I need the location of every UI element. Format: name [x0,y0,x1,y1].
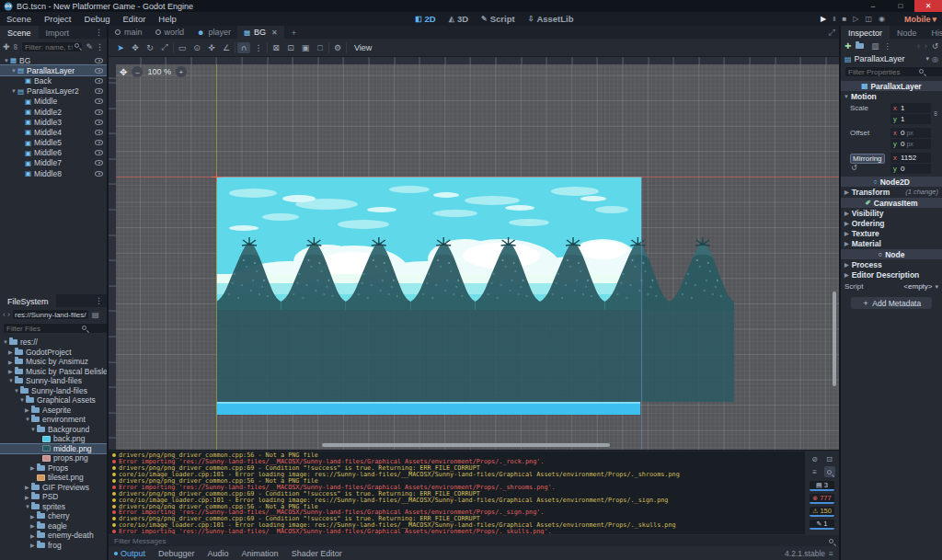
visibility-eye-icon[interactable] [95,160,103,166]
pivot-tool-icon[interactable]: ⊙ [190,42,203,53]
fs-tree-row[interactable]: ▶enemy-death [0,531,107,541]
history-forward-icon[interactable]: › [925,41,927,51]
fs-tree-row[interactable]: back.png [0,434,107,444]
pan-tool-icon[interactable]: ✜ [205,42,218,53]
close-tab-icon[interactable]: ✕ [271,29,278,37]
visibility-eye-icon[interactable] [95,130,103,135]
fs-tree-row[interactable]: props.png [0,453,107,463]
fs-split-mode-icon[interactable]: ▤ [91,311,100,319]
add-metadata-button[interactable]: ＋ Add Metadata [851,297,932,309]
tab-import[interactable]: Import [39,26,77,39]
scene-tree-row[interactable]: ▼▤ParallaxLayer2 [0,86,107,97]
messages-count-toggle[interactable]: ▤3 [810,481,834,491]
expander-icon[interactable]: ▼ [14,388,20,394]
expander-icon[interactable]: ▼ [10,88,17,94]
menu-editor[interactable]: Editor [117,14,153,24]
visibility-eye-icon[interactable] [95,120,103,125]
scene-tab-main[interactable]: main [109,26,149,39]
scale-tool-icon[interactable]: ⤢ [158,41,171,53]
visibility-eye-icon[interactable] [95,140,103,145]
message-filter-bar[interactable]: Filter Messages [109,535,839,546]
fs-tree-row[interactable]: ▶GodotProject [0,348,107,358]
fs-tree-row[interactable]: ▼sprites [0,502,107,512]
mode-assetlib[interactable]: ⇩AssetLib [523,14,579,24]
expander-icon[interactable]: ▶ [25,406,31,413]
section-transform[interactable]: ▶Transform(1 change) [841,187,942,197]
expander-icon[interactable]: ▶ [30,522,37,529]
fs-tree-row[interactable]: ▶Props [0,463,107,474]
mode-3d[interactable]: ◭3D [444,14,473,24]
menu-scene[interactable]: Scene [0,14,38,24]
expander-icon[interactable]: ▼ [3,58,10,63]
zoom-level[interactable]: 100 % [147,67,171,76]
expander-icon[interactable]: ▼ [8,378,15,383]
fs-path-input[interactable] [12,309,89,320]
expander-icon[interactable]: ▼ [25,417,31,422]
section-visibility[interactable]: ▶Visibility [841,208,942,218]
motion-group-header[interactable]: ▼ Motion [841,91,942,101]
expander-icon[interactable]: ▼ [25,504,31,509]
inspector-node-selector[interactable]: ▤ ParallaxLayer ▾ ◎ [841,52,942,65]
fs-tree-row[interactable]: ▼res:// [0,337,107,348]
fs-tree-row[interactable]: middle.png [0,444,107,454]
play-custom-scene-button[interactable]: ◫ [865,15,872,23]
mode-script[interactable]: ✎Script [477,14,520,24]
ungroup-node-icon[interactable]: □ [314,42,327,53]
fs-back-button[interactable]: ‹ [3,310,6,319]
filesystem-menu-icon[interactable]: ⋮ [91,294,107,307]
play-button[interactable]: ▶ [821,15,826,23]
visibility-eye-icon[interactable] [95,150,103,155]
expander-icon[interactable]: ▶ [30,532,37,539]
fs-tree-row[interactable]: ▶PSD [0,492,107,502]
move-tool-icon[interactable]: ✥ [129,42,142,53]
tab-inspector[interactable]: Inspector [841,26,890,39]
scene-tree-row[interactable]: ▼▦BG [0,55,107,65]
visibility-eye-icon[interactable] [95,171,103,177]
collapse-duplicates-icon[interactable]: ≡ [810,466,821,477]
script-property[interactable]: Script <empty> ▾ [841,280,942,293]
scene-tab-world[interactable]: world [149,26,191,39]
tab-filesystem[interactable]: FileSystem [0,294,56,307]
save-resource-icon[interactable]: ▥ [871,41,879,51]
visibility-eye-icon[interactable] [95,68,103,74]
bottom-tab-output[interactable]: Output [114,549,145,558]
stop-button[interactable]: ■ [842,15,846,23]
tab-scene[interactable]: Scene [0,26,39,39]
link-scale-icon[interactable]: ∞ [925,109,942,119]
fs-tree-row[interactable]: ▶frog [0,541,107,551]
bottom-tab-shader-editor[interactable]: Shader Editor [292,549,342,558]
zoom-in-button[interactable]: + [176,66,187,77]
fs-filter-input[interactable] [3,323,118,334]
section-ordering[interactable]: ▶Ordering [841,218,942,228]
clear-output-icon[interactable]: ⊘ [810,453,821,464]
copy-output-icon[interactable]: ⊡ [824,453,835,464]
expander-icon[interactable]: ▼ [19,397,26,403]
output-log[interactable]: drivers/png/png_driver_common.cpp:56 - N… [109,451,805,534]
scene-tree-row[interactable]: ▣Middle6 [0,148,107,158]
expander-icon[interactable]: ▶ [8,349,15,355]
expander-icon[interactable]: ▼ [3,339,9,345]
section-texture[interactable]: ▶Texture [841,228,942,238]
tab-node[interactable]: Node [890,26,925,39]
select-region-tool-icon[interactable]: ▭ [176,42,189,53]
scene-dock-menu-icon[interactable]: ⋮ [91,26,107,39]
scene-tree-row[interactable]: ▣Middle8 [0,168,107,178]
instance-scene-button[interactable]: ∞ [11,44,20,50]
history-back-icon[interactable]: ‹ [917,41,920,51]
scene-tab-player[interactable]: ☻player [190,26,237,39]
load-resource-icon[interactable] [856,43,864,49]
bottom-tab-debugger[interactable]: Debugger [158,549,195,558]
center-view-icon[interactable]: ✥ [120,67,127,77]
restore-button[interactable]: □ [887,0,914,12]
scene-tab-BG[interactable]: ▦BG✕ [237,26,284,39]
section-editor-description[interactable]: ▶Editor Description [841,269,942,280]
fs-forward-button[interactable]: › [7,310,10,319]
expander-icon[interactable]: ▶ [8,359,15,365]
rotate-tool-icon[interactable]: ↻ [144,42,156,53]
zoom-out-button[interactable]: – [132,66,143,77]
history-list-icon[interactable]: ↺ [932,41,938,51]
fs-tree-row[interactable]: tileset.png [0,473,107,483]
scene-tree-row[interactable]: ▣Middle4 [0,127,107,137]
snap-options-icon[interactable]: ⋮ [252,42,265,53]
scene-tree-row[interactable]: ▣Middle2 [0,107,107,117]
